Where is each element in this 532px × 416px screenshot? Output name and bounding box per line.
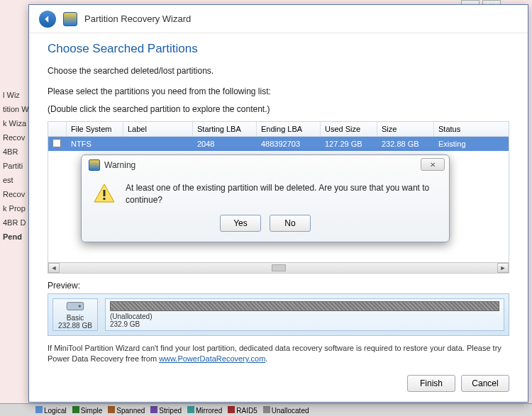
dialog-titlebar: Warning ✕ (82, 155, 449, 175)
cell-size: 232.88 GB (377, 138, 434, 150)
table-header: File System Label Starting LBA Ending LB… (48, 122, 509, 137)
cell-starting-lba: 2048 (193, 138, 257, 150)
finish-button[interactable]: Finish (407, 375, 455, 392)
warning-dialog: Warning ✕ At least one of the existing p… (81, 154, 450, 242)
col-ending-lba[interactable]: Ending LBA (257, 122, 321, 136)
button-row: Finish Cancel (407, 375, 509, 392)
dialog-body: At least one of the existing partition w… (82, 175, 449, 210)
back-button[interactable] (39, 11, 56, 28)
window-title: Partition Recovery Wizard (84, 13, 191, 24)
scroll-left-icon[interactable]: ◄ (48, 263, 60, 273)
svg-rect-3 (104, 198, 106, 200)
preview-label: Preview: (48, 281, 509, 291)
col-status[interactable]: Status (434, 122, 509, 136)
dialog-message: At least one of the existing partition w… (126, 182, 438, 206)
title-bar: Partition Recovery Wizard (29, 5, 528, 33)
app-icon (63, 12, 77, 26)
page-heading: Choose Searched Partitions (48, 42, 509, 56)
back-arrow-icon (43, 15, 52, 23)
no-button[interactable]: No (270, 215, 311, 232)
alloc-size: 232.9 GB (110, 320, 499, 328)
scroll-thumb[interactable] (272, 264, 286, 271)
instruction-line-2: (Double click the searched partition to … (48, 103, 509, 116)
dialog-close-button[interactable]: ✕ (421, 158, 445, 171)
table-row[interactable]: NTFS 2048 488392703 127.29 GB 232.88 GB … (48, 137, 509, 151)
background-sidebar-fragments: l Wiztition Wk WizaRecov4BRPartitiestRec… (0, 0, 28, 416)
horizontal-scrollbar[interactable]: ◄ ► (48, 262, 509, 274)
cell-ending-lba: 488392703 (257, 138, 321, 150)
dialog-title-text: Warning (104, 160, 135, 170)
cancel-button[interactable]: Cancel (461, 375, 509, 392)
disk-icon (65, 300, 85, 313)
col-label[interactable]: Label (123, 122, 193, 136)
preview-box: Basic 232.88 GB (Unallocated) 232.9 GB (48, 293, 509, 336)
cell-label (123, 142, 193, 145)
disk-tile[interactable]: Basic 232.88 GB (52, 298, 98, 331)
recovery-link[interactable]: www.PowerDataRecovery.com (159, 354, 265, 363)
scroll-right-icon[interactable]: ► (497, 263, 509, 273)
cell-filesystem: NTFS (67, 138, 123, 150)
alloc-label: (Unallocated) (110, 313, 499, 320)
row-checkbox[interactable] (52, 139, 61, 147)
disk-size: 232.88 GB (58, 322, 92, 330)
col-filesystem[interactable]: File System (67, 122, 123, 136)
dialog-app-icon (89, 159, 100, 171)
warning-icon (93, 182, 116, 205)
svg-point-1 (79, 305, 82, 308)
dialog-button-row: Yes No (82, 210, 449, 242)
instruction-line-1: Please select the partitions you need fr… (48, 86, 509, 98)
page-subheading: Choose the searched deleted/lost partiti… (48, 66, 509, 76)
cell-status: Existing (434, 138, 509, 150)
disk-type: Basic (67, 314, 84, 322)
svg-rect-0 (67, 302, 83, 310)
legend-strip: Logical Simple Spanned Striped Mirrored … (0, 403, 532, 416)
allocation-region[interactable]: (Unallocated) 232.9 GB (105, 298, 504, 331)
col-used-size[interactable]: Used Size (321, 122, 377, 136)
yes-button[interactable]: Yes (220, 215, 261, 232)
col-starting-lba[interactable]: Starting LBA (193, 122, 257, 136)
col-checkbox[interactable] (48, 122, 67, 136)
svg-rect-2 (104, 190, 106, 196)
cell-used-size: 127.29 GB (321, 138, 377, 150)
footer-text: If MiniTool Partition Wizard can't find … (48, 343, 509, 365)
unallocated-bar (110, 301, 499, 311)
col-size[interactable]: Size (377, 122, 434, 136)
